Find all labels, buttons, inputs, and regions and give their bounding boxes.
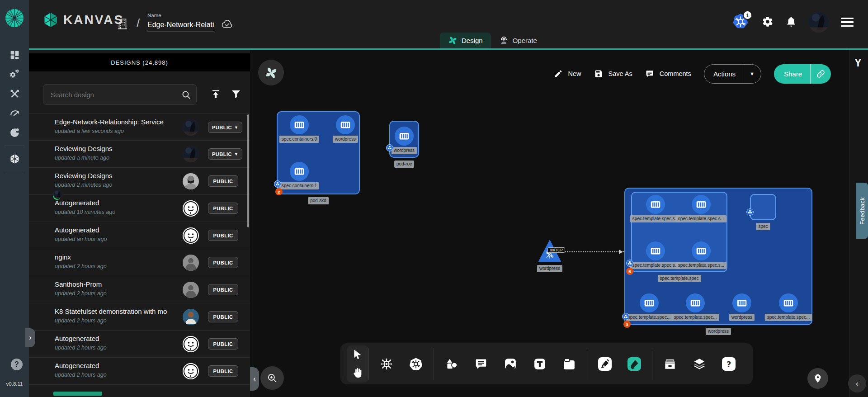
share-button[interactable]: Share [774, 64, 831, 84]
draw-tool-button[interactable] [627, 357, 642, 371]
visibility-badge[interactable]: PUBLIC [208, 257, 238, 268]
design-owner-avatar [183, 146, 199, 162]
service-edge[interactable] [561, 251, 624, 252]
design-list-item[interactable]: Reviewing Designsupdated 2 minutes agoPU… [29, 168, 250, 195]
design-list-item[interactable]: Autogeneratedupdated 2 hours agoPUBLIC [29, 358, 250, 385]
design-list-item[interactable]: Santhosh-Promupdated 2 hours agoPUBLIC [29, 276, 250, 303]
search-input[interactable] [43, 85, 196, 104]
zoom-in-button[interactable] [260, 366, 284, 390]
kubernetes-badge-icon[interactable] [626, 260, 633, 267]
shapes-tool-button[interactable] [444, 357, 459, 371]
new-design-button[interactable]: New [554, 69, 581, 78]
comments-button[interactable]: Comments [645, 69, 691, 78]
visibility-badge[interactable]: PUBLIC [208, 365, 238, 377]
container-node[interactable] [290, 162, 309, 181]
visibility-badge[interactable]: PUBLIC▼ [208, 148, 242, 160]
kubernetes-tool-button[interactable] [409, 357, 423, 371]
chevron-down-icon[interactable]: ▼ [234, 152, 238, 156]
canvas-mode-button[interactable] [258, 60, 284, 85]
pin-icon [813, 373, 823, 383]
comment-tool-button[interactable] [474, 357, 488, 371]
container-node[interactable] [779, 293, 798, 312]
chevron-down-icon[interactable]: ▼ [743, 71, 761, 76]
tab-design[interactable]: Design [440, 33, 491, 48]
kanvas-logo-icon[interactable] [42, 12, 59, 28]
kubernetes-badge-icon[interactable] [746, 208, 754, 216]
organization-icon[interactable] [116, 17, 129, 31]
container-node[interactable] [732, 293, 751, 312]
feedback-tab[interactable]: Feedback [856, 183, 868, 239]
help-button[interactable]: ? [11, 359, 23, 370]
settings-button[interactable] [761, 16, 774, 28]
issue-count-badge[interactable]: 2 [275, 188, 283, 195]
actions-dropdown-button[interactable]: Actions ▼ [704, 64, 761, 84]
visibility-badge[interactable]: PUBLIC▼ [208, 122, 242, 133]
collapse-panel-button[interactable]: ‹ [250, 367, 259, 391]
design-list-item[interactable]: Autogeneratedupdated 10 minutes agoPUBLI… [29, 195, 250, 222]
drawer-tool-button[interactable] [663, 357, 677, 371]
visibility-badge[interactable]: PUBLIC [208, 175, 238, 187]
list-scrollbar[interactable] [247, 114, 249, 227]
design-list-item[interactable]: Edge-Network-Relationship: Serviceupdate… [29, 113, 250, 141]
node-group-spec[interactable] [750, 194, 776, 220]
container-node[interactable] [336, 115, 355, 134]
container-node[interactable] [686, 293, 705, 312]
sidebar-item-dashboard-icon[interactable] [0, 45, 29, 65]
meshery-logo-icon[interactable] [5, 8, 24, 28]
search-icon[interactable] [181, 90, 192, 100]
cursor-tool-button[interactable] [350, 347, 365, 362]
locate-button[interactable] [807, 368, 828, 389]
menu-button[interactable] [840, 17, 854, 28]
design-list-item[interactable]: Reviewing Designsupdated a minute agoPUB… [29, 141, 250, 168]
design-list-item[interactable]: Autogeneratedupdated 2 hours agoPUBLIC [29, 331, 250, 358]
design-canvas[interactable]: New Save As Comments Actions ▼ Share [250, 50, 868, 397]
filter-designs-button[interactable] [231, 89, 242, 100]
hand-tool-button[interactable] [350, 366, 365, 380]
container-node[interactable] [290, 115, 309, 134]
kubernetes-badge-icon[interactable] [274, 180, 281, 188]
kubernetes-badge-icon[interactable] [622, 313, 629, 320]
component-tool-button[interactable] [379, 357, 394, 371]
layers-tool-button[interactable] [692, 357, 707, 371]
notifications-button[interactable] [785, 16, 797, 28]
sidebar-item-kanvas-icon[interactable] [0, 149, 29, 169]
issue-count-badge[interactable]: 5 [626, 268, 633, 275]
issue-count-badge[interactable]: 3 [623, 321, 631, 328]
chevron-down-icon[interactable]: ▼ [234, 125, 238, 130]
sidebar-item-extensions-icon[interactable] [0, 123, 29, 142]
design-list-item[interactable]: K8 Statefulset demonstration with moupda… [29, 303, 250, 331]
container-node[interactable] [646, 241, 665, 260]
save-as-button[interactable]: Save As [594, 69, 632, 78]
container-node[interactable] [395, 127, 414, 146]
node-group-spec.template.spec[interactable] [631, 192, 727, 272]
design-list-item[interactable]: nginxupdated 2 hours agoPUBLIC [29, 249, 250, 276]
design-name-input[interactable] [147, 20, 214, 32]
help-tool-button[interactable]: ? [722, 357, 736, 371]
container-node[interactable] [646, 195, 665, 214]
user-avatar[interactable] [808, 12, 829, 33]
visibility-badge[interactable]: PUBLIC [208, 284, 238, 295]
visibility-badge[interactable]: PUBLIC [208, 311, 238, 322]
text-tool-button[interactable] [533, 357, 547, 371]
container-node[interactable] [640, 293, 659, 312]
design-list-item[interactable]: Autogeneratedupdated an hour agoPUBLIC [29, 222, 250, 249]
sidebar-item-performance-icon[interactable] [0, 104, 29, 123]
expand-sidebar-button[interactable]: › [25, 328, 35, 347]
pen-tool-button[interactable] [598, 357, 612, 371]
kubernetes-context-button[interactable]: 1 [731, 13, 750, 32]
copy-link-icon[interactable] [811, 70, 831, 78]
image-tool-button[interactable] [503, 357, 518, 371]
merge-flow-icon[interactable]: Y [853, 57, 863, 70]
visibility-badge[interactable]: PUBLIC [208, 338, 238, 350]
kubernetes-badge-icon[interactable] [386, 144, 393, 151]
import-design-button[interactable] [210, 89, 222, 100]
sidebar-item-configuration-icon[interactable] [0, 84, 29, 104]
note-tool-button[interactable] [562, 357, 576, 371]
tab-operate[interactable]: Operate [491, 33, 545, 48]
sidebar-item-lifecycle-icon[interactable] [0, 65, 29, 84]
container-node[interactable] [692, 195, 711, 214]
collapse-dock-button[interactable]: ‹ [848, 374, 866, 392]
visibility-badge[interactable]: PUBLIC [208, 230, 238, 241]
container-node[interactable] [692, 241, 711, 260]
visibility-badge[interactable]: PUBLIC [208, 203, 238, 214]
